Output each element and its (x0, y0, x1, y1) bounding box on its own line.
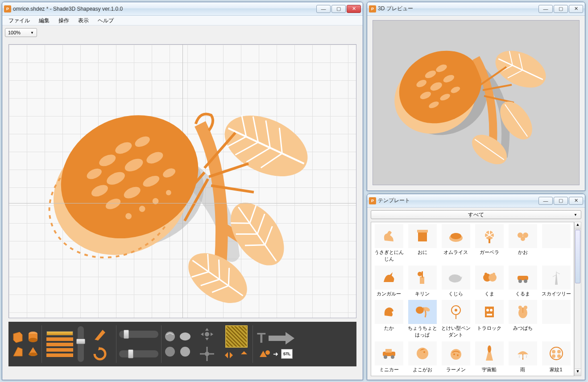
maximize-button[interactable]: ▢ (554, 5, 568, 13)
preview-titlebar[interactable]: P 3D プレビュー — ▢ ✕ (367, 2, 585, 16)
template-item[interactable]: みつばち (506, 299, 539, 340)
flip-v-tool[interactable] (237, 349, 251, 362)
depth-slider[interactable] (119, 350, 158, 357)
bevel-b-tool[interactable] (178, 330, 192, 343)
template-item[interactable]: くじら (439, 265, 472, 299)
bevel-c-tool[interactable] (163, 345, 177, 358)
minimize-button[interactable]: — (316, 5, 331, 13)
preview-3d-canvas[interactable] (373, 20, 580, 185)
template-item[interactable]: ガーベラ (472, 223, 506, 265)
svg-point-117 (416, 307, 424, 314)
texture-hatch-tool[interactable] (226, 326, 247, 347)
template-item[interactable]: スカイツリー (539, 265, 573, 299)
toolbar-separator (253, 325, 253, 363)
template-label: よこがお (406, 366, 439, 373)
template-item[interactable]: とけい型ペンダント (439, 299, 472, 340)
menu-help[interactable]: ヘルプ (93, 16, 118, 25)
menu-file[interactable]: ファイル (4, 16, 34, 25)
layer-2-icon[interactable] (46, 337, 73, 341)
template-item[interactable]: 宇宙船 (472, 340, 506, 375)
canvas-2d[interactable] (8, 44, 356, 318)
template-item[interactable]: うさぎとにんじん (372, 223, 406, 265)
scroll-handle[interactable] (575, 230, 580, 283)
pencil-tool[interactable] (91, 325, 109, 343)
template-label: ちょうちょとはっぱ (406, 325, 439, 338)
export-stl-button[interactable]: STL (281, 349, 293, 359)
svg-point-93 (451, 233, 461, 239)
scroll-up-button[interactable]: ▲ (575, 222, 581, 229)
depth-slider-thumb[interactable] (128, 349, 133, 358)
template-item[interactable]: カンガルー (372, 265, 406, 299)
layer-top-icon[interactable] (46, 331, 73, 336)
template-thumb (475, 300, 504, 324)
template-item[interactable]: かお (506, 223, 539, 265)
template-item[interactable] (539, 299, 573, 340)
svg-point-109 (489, 274, 497, 282)
height-slider[interactable] (78, 326, 84, 362)
bevel-d-tool[interactable] (178, 345, 192, 358)
template-item[interactable]: キリン (406, 265, 439, 299)
template-item[interactable]: トラロック (472, 299, 506, 340)
maximize-button[interactable]: ▢ (554, 197, 568, 205)
template-window: P テンプレート — ▢ ✕ すべて ▼ うさぎとにんじんおにオムライスガーベラ… (367, 194, 585, 380)
box-shape-tool[interactable] (11, 330, 25, 343)
minimize-button[interactable]: — (538, 5, 553, 13)
template-item[interactable]: ラーメン (439, 340, 472, 375)
height-slider-thumb[interactable] (76, 339, 85, 344)
template-item[interactable]: 雨 (506, 340, 539, 375)
svg-point-59 (205, 332, 209, 336)
cone-shape-tool[interactable] (26, 345, 40, 358)
template-scrollbar[interactable]: ▲ ▼ (574, 222, 581, 376)
svg-point-118 (423, 306, 430, 312)
template-item[interactable]: おに (406, 223, 439, 265)
template-item[interactable]: ちょうちょとはっぱ (406, 299, 439, 340)
flip-h-tool[interactable] (222, 349, 236, 362)
template-item[interactable]: 家紋1 (539, 340, 573, 375)
layer-3-icon[interactable] (46, 343, 73, 346)
wedge-shape-tool[interactable] (11, 345, 25, 358)
layer-5-icon[interactable] (46, 353, 73, 357)
close-button[interactable]: ✕ (569, 197, 583, 205)
template-item[interactable] (539, 223, 573, 265)
arrow-right-icon (268, 331, 295, 345)
template-item[interactable]: ミニカー (372, 340, 406, 375)
svg-rect-104 (420, 277, 424, 284)
main-titlebar[interactable]: P omrice.shdez * - Shade3D Shapeasy ver.… (2, 2, 363, 16)
minimize-button[interactable]: — (538, 197, 553, 205)
close-button[interactable]: ✕ (347, 5, 361, 13)
rotate-tool[interactable] (91, 345, 109, 363)
move-axis-tool[interactable] (198, 345, 216, 363)
menu-view[interactable]: 表示 (74, 16, 93, 25)
filter-value: すべて (468, 211, 484, 219)
maximize-button[interactable]: ▢ (331, 5, 346, 13)
width-slider[interactable] (119, 331, 158, 338)
menu-operate[interactable]: 操作 (54, 16, 74, 25)
template-item[interactable]: くるま (506, 265, 539, 299)
template-thumb (408, 266, 437, 290)
bevel-a-tool[interactable] (163, 330, 177, 343)
template-filter-select[interactable]: すべて ▼ (371, 210, 581, 219)
menu-edit[interactable]: 編集 (34, 16, 54, 25)
template-thumb (542, 341, 571, 365)
template-item[interactable]: よこがお (406, 340, 439, 375)
svg-point-128 (524, 306, 527, 309)
template-item[interactable]: くま (472, 265, 506, 299)
text-tool-icon[interactable]: T (256, 329, 266, 347)
move-xy-tool[interactable] (198, 325, 216, 343)
template-item[interactable]: オムライス (439, 223, 472, 265)
width-slider-thumb[interactable] (124, 330, 129, 339)
close-button[interactable]: ✕ (569, 5, 583, 13)
scroll-down-button[interactable]: ▼ (575, 369, 581, 376)
zoom-level-select[interactable]: 100% ▼ (5, 28, 37, 37)
layer-4-icon[interactable] (46, 348, 73, 352)
svg-point-105 (418, 272, 422, 276)
svg-point-53 (29, 338, 37, 342)
template-thumb (408, 300, 437, 324)
template-titlebar[interactable]: P テンプレート — ▢ ✕ (367, 194, 585, 208)
svg-point-120 (455, 309, 457, 311)
svg-rect-131 (385, 349, 392, 353)
export-shape-icon[interactable] (259, 349, 270, 359)
cylinder-shape-tool[interactable] (26, 330, 40, 343)
svg-point-148 (557, 354, 561, 358)
template-item[interactable]: たか (372, 299, 406, 340)
